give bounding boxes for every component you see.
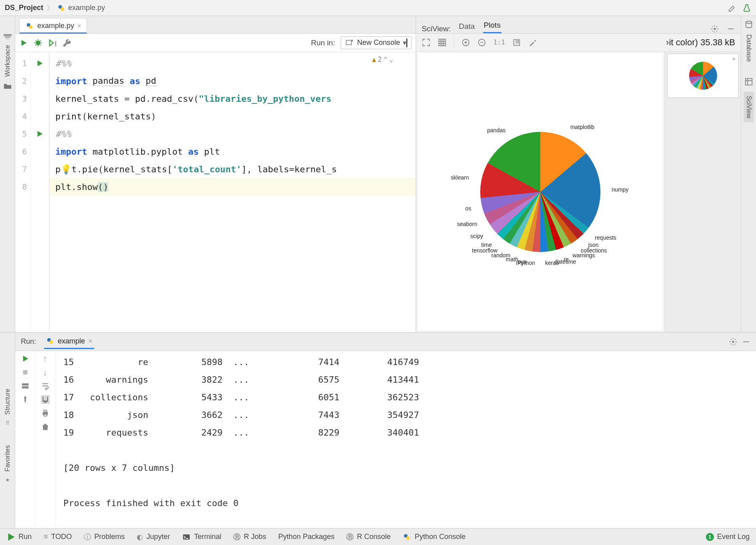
line-number: 7 (15, 160, 30, 178)
run-cell-gutter-icon[interactable] (35, 59, 44, 68)
color-picker-icon[interactable] (528, 38, 537, 47)
output-row: 15 re 5898 ... 7414 416749 (63, 353, 752, 371)
bottom-python-packages[interactable]: Python Packages (278, 533, 334, 541)
sciview-icon[interactable] (744, 77, 753, 86)
close-icon[interactable]: × (732, 56, 736, 62)
favorites-label[interactable]: Favorites (4, 445, 11, 472)
arrow-up-icon[interactable]: ↑ (41, 354, 50, 363)
run-action-column (15, 351, 35, 528)
bottom-run[interactable]: Run (6, 533, 32, 541)
arrow-down-icon[interactable]: ↓ (41, 368, 50, 377)
gutter-cell[interactable] (30, 72, 49, 90)
pin-icon[interactable] (21, 395, 30, 404)
zoom-in-icon[interactable] (461, 38, 470, 47)
flask-icon[interactable] (742, 4, 751, 12)
workspace-label[interactable]: Workspace (4, 45, 11, 77)
problems-count: 2 (378, 55, 382, 63)
crop-icon[interactable] (512, 38, 521, 47)
bottom-terminal[interactable]: Terminal (182, 533, 221, 541)
chevron-up-icon[interactable]: ⌃ (384, 55, 388, 63)
python-file-icon (25, 22, 34, 30)
code-line[interactable]: kernel_stats = pd.read_csv("libraries_by… (55, 90, 416, 107)
breadcrumb-project[interactable]: DS_Project (5, 4, 43, 12)
bottom-todo[interactable]: ≡TODO (44, 533, 72, 541)
minimize-icon[interactable] (742, 337, 750, 346)
problems-badge[interactable]: ▲ 2 ⌃ ⌄ (372, 55, 393, 63)
scroll-end-icon[interactable] (41, 395, 50, 404)
code-line[interactable]: p💡t.pie(kernel_stats['total_count'], lab… (55, 160, 416, 178)
sciview-label[interactable]: SciView (744, 92, 754, 123)
code-line[interactable]: import matplotlib.pyplot as plt (55, 143, 416, 160)
tab-data[interactable]: Data (458, 20, 476, 33)
bottom-event-log[interactable]: 1Event Log (706, 533, 750, 541)
svg-rect-2 (3, 34, 11, 36)
gutter-cell[interactable] (30, 143, 49, 160)
code-line[interactable]: import pandas as pd (55, 72, 416, 90)
run-cell-icon[interactable] (19, 38, 28, 47)
tab-example-py[interactable]: example.py × (19, 18, 87, 33)
workspace-icon[interactable] (3, 32, 12, 41)
code-editor[interactable]: ▲ 2 ⌃ ⌄ #%%import pandas as pdkernel_sta… (50, 52, 416, 332)
jupyter-icon: ◐ (137, 533, 143, 541)
code-line[interactable]: #%% (55, 125, 416, 143)
svg-rect-25 (44, 410, 46, 412)
svg-rect-23 (22, 386, 28, 389)
folder-icon[interactable] (3, 82, 12, 91)
run-target-combo[interactable]: New Console ▾ (341, 36, 412, 49)
gear-icon[interactable] (710, 24, 719, 33)
chevron-down-icon[interactable]: ⌄ (389, 55, 393, 63)
gutter-cell[interactable] (30, 178, 49, 196)
plot-thumbnails: × (665, 51, 741, 332)
bottom-problems[interactable]: ⓘProblems (84, 532, 125, 542)
pie-label: warnings (572, 252, 595, 258)
debug-cell-icon[interactable] (34, 38, 42, 47)
step-icon[interactable] (48, 38, 57, 47)
editor-toolbar: Run in: New Console ▾ (15, 34, 416, 52)
bottom-rjobs[interactable]: ⓇR Jobs (233, 532, 266, 542)
editor-tabs: example.py × (15, 16, 416, 34)
tab-plots[interactable]: Plots (483, 18, 501, 33)
structure-icon[interactable]: ⠿ (3, 419, 12, 428)
database-label[interactable]: Database (745, 34, 752, 62)
code-line[interactable]: print(kernel_stats) (55, 107, 416, 125)
stop-icon[interactable] (21, 368, 30, 377)
plot-thumbnail[interactable]: × (667, 54, 738, 98)
svg-rect-10 (728, 28, 734, 29)
grid-icon[interactable] (438, 38, 447, 47)
run-cell-gutter-icon[interactable] (35, 129, 44, 138)
database-icon[interactable] (744, 20, 753, 29)
rerun-icon[interactable] (21, 354, 30, 363)
close-icon[interactable]: × (88, 337, 93, 345)
zoom-actual-icon[interactable]: 1:1 (493, 38, 505, 47)
run-config-tab[interactable]: example × (44, 334, 94, 349)
gutter-cell[interactable] (30, 125, 49, 143)
gear-icon[interactable] (729, 337, 738, 346)
minimize-icon[interactable] (726, 24, 735, 33)
edit-icon[interactable] (728, 4, 737, 12)
soft-wrap-icon[interactable] (41, 382, 50, 390)
bottom-jupyter[interactable]: ◐Jupyter (137, 533, 170, 541)
print-icon[interactable] (41, 409, 50, 418)
run-output[interactable]: 15 re 5898 ... 7414 41674916 warnings 38… (55, 351, 756, 528)
bottom-rconsole[interactable]: ⓇR Console (346, 532, 390, 542)
pie-label: os (465, 205, 471, 212)
gutter-cell[interactable] (30, 54, 49, 72)
svg-rect-22 (22, 384, 28, 386)
gutter-cell[interactable] (30, 160, 49, 178)
bottom-python-console[interactable]: Python Console (402, 533, 465, 541)
star-icon[interactable]: ★ (3, 476, 12, 484)
wrench-icon[interactable] (63, 38, 71, 47)
trash-icon[interactable] (41, 422, 50, 431)
plot-info: ›it color) 35.38 kB (666, 37, 735, 48)
pie-label: json (588, 242, 598, 248)
gutter-cell[interactable] (30, 107, 49, 125)
code-line[interactable]: #%% (55, 54, 416, 72)
fit-screen-icon[interactable] (422, 38, 431, 47)
zoom-out-icon[interactable] (477, 38, 486, 47)
gutter-cell[interactable] (30, 90, 49, 107)
close-icon[interactable]: × (77, 22, 81, 30)
layout-icon[interactable] (21, 382, 30, 390)
plot-canvas[interactable]: matplotlibnumpyrequestsjsoncollectionswa… (418, 53, 663, 331)
breadcrumb-file[interactable]: example.py (57, 4, 105, 12)
structure-label[interactable]: Structure (4, 389, 11, 415)
